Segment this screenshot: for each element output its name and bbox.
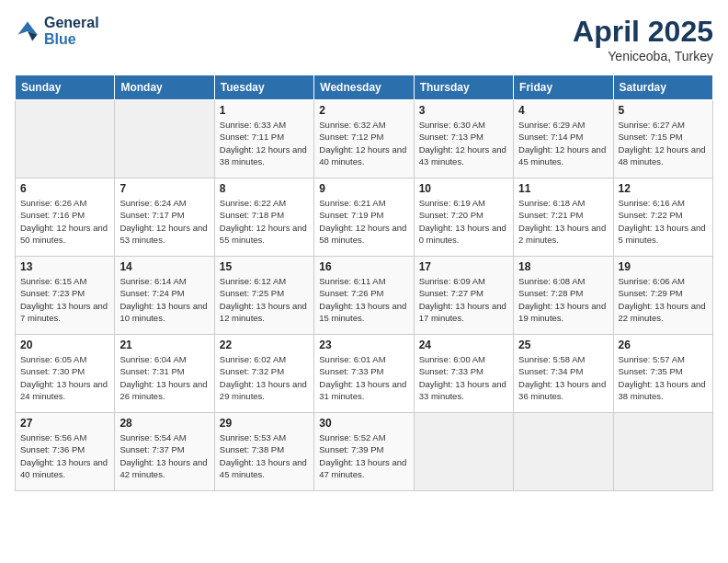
table-row: 26Sunrise: 5:57 AM Sunset: 7:35 PM Dayli… [613,335,712,413]
table-row: 1Sunrise: 6:33 AM Sunset: 7:11 PM Daylig… [214,100,313,178]
table-row: 14Sunrise: 6:14 AM Sunset: 7:24 PM Dayli… [115,257,214,335]
day-number: 10 [419,182,508,195]
day-info: Sunrise: 6:27 AM Sunset: 7:15 PM Dayligh… [619,119,708,167]
day-info: Sunrise: 5:52 AM Sunset: 7:39 PM Dayligh… [319,431,408,480]
day-info: Sunrise: 6:12 AM Sunset: 7:25 PM Dayligh… [220,275,309,324]
day-number: 27 [20,417,109,430]
day-info: Sunrise: 6:01 AM Sunset: 7:33 PM Dayligh… [319,353,408,402]
day-number: 25 [518,339,608,351]
table-row: 29Sunrise: 5:53 AM Sunset: 7:38 PM Dayli… [214,413,313,491]
day-number: 15 [220,260,309,273]
day-info: Sunrise: 5:56 AM Sunset: 7:36 PM Dayligh… [20,431,109,480]
day-info: Sunrise: 6:06 AM Sunset: 7:29 PM Dayligh… [619,275,708,324]
day-number: 18 [518,260,608,273]
day-number: 14 [119,260,209,273]
day-info: Sunrise: 6:11 AM Sunset: 7:26 PM Dayligh… [319,275,408,324]
calendar-week-row: 27Sunrise: 5:56 AM Sunset: 7:36 PM Dayli… [16,413,713,491]
day-number: 16 [319,260,408,273]
day-info: Sunrise: 6:29 AM Sunset: 7:14 PM Dayligh… [518,119,608,167]
day-number: 12 [619,182,708,195]
table-row: 25Sunrise: 5:58 AM Sunset: 7:34 PM Dayli… [514,335,613,413]
day-number: 1 [220,104,309,117]
header-tuesday: Tuesday [214,75,313,100]
table-row: 4Sunrise: 6:29 AM Sunset: 7:14 PM Daylig… [514,100,613,178]
table-row: 13Sunrise: 6:15 AM Sunset: 7:23 PM Dayli… [16,257,115,335]
location-subtitle: Yeniceoba, Turkey [573,49,713,63]
day-number: 17 [419,260,508,273]
day-info: Sunrise: 6:22 AM Sunset: 7:18 PM Dayligh… [220,197,309,246]
table-row: 21Sunrise: 6:04 AM Sunset: 7:31 PM Dayli… [115,335,214,413]
day-info: Sunrise: 6:04 AM Sunset: 7:31 PM Dayligh… [119,353,209,402]
table-row: 15Sunrise: 6:12 AM Sunset: 7:25 PM Dayli… [214,257,313,335]
day-info: Sunrise: 6:30 AM Sunset: 7:13 PM Dayligh… [419,119,508,167]
table-row: 22Sunrise: 6:02 AM Sunset: 7:32 PM Dayli… [214,335,313,413]
table-row: 24Sunrise: 6:00 AM Sunset: 7:33 PM Dayli… [414,335,513,413]
weekday-header-row: Sunday Monday Tuesday Wednesday Thursday… [16,75,713,100]
table-row: 28Sunrise: 5:54 AM Sunset: 7:37 PM Dayli… [115,413,214,491]
day-info: Sunrise: 5:58 AM Sunset: 7:34 PM Dayligh… [518,353,608,402]
day-info: Sunrise: 5:53 AM Sunset: 7:38 PM Dayligh… [220,431,309,480]
day-info: Sunrise: 6:05 AM Sunset: 7:30 PM Dayligh… [20,353,109,402]
day-info: Sunrise: 6:00 AM Sunset: 7:33 PM Dayligh… [419,353,508,402]
day-info: Sunrise: 6:24 AM Sunset: 7:17 PM Dayligh… [119,197,209,246]
table-row: 20Sunrise: 6:05 AM Sunset: 7:30 PM Dayli… [16,335,115,413]
day-number: 20 [20,339,109,351]
day-number: 30 [319,417,408,430]
day-number: 2 [319,104,408,117]
logo: General Blue [15,15,99,48]
table-row: 18Sunrise: 6:08 AM Sunset: 7:28 PM Dayli… [514,257,613,335]
day-info: Sunrise: 6:14 AM Sunset: 7:24 PM Dayligh… [119,275,209,324]
day-number: 4 [518,104,608,117]
calendar-week-row: 13Sunrise: 6:15 AM Sunset: 7:23 PM Dayli… [16,257,713,335]
table-row: 2Sunrise: 6:32 AM Sunset: 7:12 PM Daylig… [314,100,414,178]
header-saturday: Saturday [613,75,712,100]
day-number: 21 [119,339,209,351]
day-number: 3 [419,104,508,117]
calendar-table: Sunday Monday Tuesday Wednesday Thursday… [15,75,713,491]
title-area: April 2025 Yeniceoba, Turkey [573,15,713,63]
table-row [16,100,115,178]
table-row [613,413,712,491]
day-info: Sunrise: 5:54 AM Sunset: 7:37 PM Dayligh… [119,431,209,480]
table-row: 10Sunrise: 6:19 AM Sunset: 7:20 PM Dayli… [414,178,513,257]
day-number: 23 [319,339,408,351]
day-info: Sunrise: 6:19 AM Sunset: 7:20 PM Dayligh… [419,197,508,246]
svg-marker-1 [18,22,38,35]
day-info: Sunrise: 6:16 AM Sunset: 7:22 PM Dayligh… [619,197,708,246]
day-number: 29 [220,417,309,430]
table-row: 17Sunrise: 6:09 AM Sunset: 7:27 PM Dayli… [414,257,513,335]
table-row: 6Sunrise: 6:26 AM Sunset: 7:16 PM Daylig… [16,178,115,257]
table-row: 8Sunrise: 6:22 AM Sunset: 7:18 PM Daylig… [214,178,313,257]
table-row: 30Sunrise: 5:52 AM Sunset: 7:39 PM Dayli… [314,413,414,491]
table-row: 27Sunrise: 5:56 AM Sunset: 7:36 PM Dayli… [16,413,115,491]
table-row: 23Sunrise: 6:01 AM Sunset: 7:33 PM Dayli… [314,335,414,413]
day-number: 13 [20,260,109,273]
header-wednesday: Wednesday [314,75,414,100]
calendar-week-row: 1Sunrise: 6:33 AM Sunset: 7:11 PM Daylig… [16,100,713,178]
table-row [514,413,613,491]
header-friday: Friday [514,75,613,100]
table-row: 5Sunrise: 6:27 AM Sunset: 7:15 PM Daylig… [613,100,712,178]
day-number: 5 [619,104,708,117]
header: General Blue April 2025 Yeniceoba, Turke… [15,15,713,63]
day-info: Sunrise: 6:33 AM Sunset: 7:11 PM Dayligh… [220,119,309,167]
header-thursday: Thursday [414,75,513,100]
calendar-week-row: 20Sunrise: 6:05 AM Sunset: 7:30 PM Dayli… [16,335,713,413]
table-row [115,100,214,178]
day-info: Sunrise: 6:08 AM Sunset: 7:28 PM Dayligh… [518,275,608,324]
day-number: 9 [319,182,408,195]
day-info: Sunrise: 6:09 AM Sunset: 7:27 PM Dayligh… [419,275,508,324]
day-number: 6 [20,182,109,195]
logo-text: General Blue [44,15,99,48]
day-info: Sunrise: 6:15 AM Sunset: 7:23 PM Dayligh… [20,275,109,324]
month-title: April 2025 [573,15,713,49]
day-number: 22 [220,339,309,351]
day-number: 28 [119,417,209,430]
table-row: 19Sunrise: 6:06 AM Sunset: 7:29 PM Dayli… [613,257,712,335]
table-row: 7Sunrise: 6:24 AM Sunset: 7:17 PM Daylig… [115,178,214,257]
table-row [414,413,513,491]
day-info: Sunrise: 6:32 AM Sunset: 7:12 PM Dayligh… [319,119,408,167]
table-row: 9Sunrise: 6:21 AM Sunset: 7:19 PM Daylig… [314,178,414,257]
day-number: 19 [619,260,708,273]
table-row: 12Sunrise: 6:16 AM Sunset: 7:22 PM Dayli… [613,178,712,257]
